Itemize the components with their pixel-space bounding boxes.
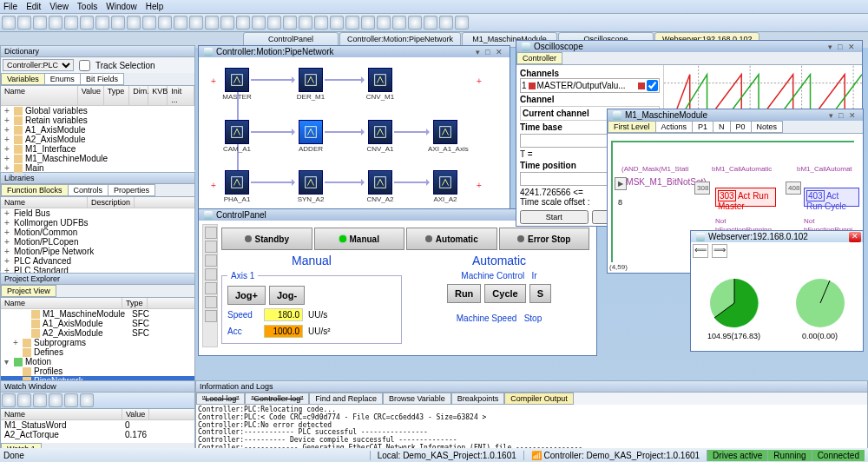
lib-row[interactable]: +PLC Advanced xyxy=(1,256,194,266)
mm-tab-firstlevel[interactable]: First Level xyxy=(608,121,656,133)
tool-icon[interactable] xyxy=(345,16,359,30)
watch-tool-icon[interactable] xyxy=(80,393,94,407)
menu-edit[interactable]: Edit xyxy=(26,2,41,11)
hdr[interactable]: Value xyxy=(78,86,104,105)
watch-tool-icon[interactable] xyxy=(64,393,78,407)
pe-row[interactable]: Profiles xyxy=(1,366,194,376)
log-tab-local[interactable]: "Local log" xyxy=(196,393,245,405)
pipe-node-cnv_a2[interactable] xyxy=(368,170,392,195)
hdr[interactable]: Type xyxy=(104,86,130,105)
osc-start-button[interactable]: Start xyxy=(520,210,589,224)
forward-icon[interactable]: ⟹ xyxy=(712,244,727,258)
lib-row[interactable]: +Motion/PLCopen xyxy=(1,237,194,247)
hdr[interactable]: Name xyxy=(1,197,88,208)
cp-tool-icon[interactable] xyxy=(205,241,217,253)
step-308[interactable]: 308 xyxy=(694,182,710,195)
osc-tab-controller[interactable]: Controller xyxy=(516,52,562,64)
pe-row[interactable]: M1_MaschineModuleSFC xyxy=(1,309,194,319)
tool-icon[interactable] xyxy=(439,16,453,30)
window-controls-icon[interactable]: ▾ □ ✕ xyxy=(476,48,504,56)
tool-icon[interactable] xyxy=(299,16,312,30)
cp-tool-icon[interactable] xyxy=(205,227,217,239)
tool-icon[interactable] xyxy=(64,16,78,30)
mode-manual-button[interactable]: Manual xyxy=(314,228,405,250)
hdr[interactable]: Name xyxy=(1,298,122,308)
tool-icon[interactable] xyxy=(252,16,266,30)
watch-tool-icon[interactable] xyxy=(2,393,16,407)
cp-tool-icon[interactable] xyxy=(205,254,217,267)
hdr[interactable]: KVB xyxy=(148,86,168,105)
log-tab-browse[interactable]: Browse Variable xyxy=(383,393,451,405)
window-controls-icon[interactable]: ▾ □ ✕ xyxy=(828,43,857,51)
pe-row[interactable]: Defines xyxy=(1,347,194,357)
tool-icon[interactable] xyxy=(2,16,16,30)
dict-row[interactable]: +Retain variables xyxy=(1,116,194,125)
mode-errorstop-button[interactable]: Error Stop xyxy=(499,228,590,250)
dict-tab-variables[interactable]: Variables xyxy=(1,73,45,85)
pipe-node-der_m1[interactable] xyxy=(299,68,323,92)
hdr[interactable]: Value xyxy=(122,409,149,419)
dict-row[interactable]: +M1_MaschineModule xyxy=(1,154,194,163)
cp-tool-icon[interactable] xyxy=(205,310,217,322)
tool-icon[interactable] xyxy=(408,16,422,30)
tool-icon[interactable] xyxy=(267,16,281,30)
pe-tab-projectview[interactable]: Project View xyxy=(1,285,56,297)
mm-tab-actions[interactable]: Actions xyxy=(655,121,694,133)
tool-icon[interactable] xyxy=(158,16,172,30)
step-408[interactable]: 408 xyxy=(786,182,801,195)
menu-view[interactable]: View xyxy=(49,2,69,11)
tool-icon[interactable] xyxy=(95,16,109,30)
dict-row[interactable]: +A1_AxisModule xyxy=(1,125,194,135)
hdr[interactable]: Name xyxy=(1,409,122,419)
dict-row[interactable]: +M1_Interface xyxy=(1,144,194,154)
dict-tab-bitfields[interactable]: Bit Fields xyxy=(80,73,124,85)
tool-icon[interactable] xyxy=(142,16,156,30)
lib-tab-controls[interactable]: Controls xyxy=(68,184,109,196)
watch-tool-icon[interactable] xyxy=(33,393,47,407)
controller-combo[interactable]: Controller:PLC xyxy=(3,59,74,71)
acc-value[interactable]: 1000.0 xyxy=(264,325,303,338)
log-tab-find[interactable]: Find and Replace xyxy=(309,393,383,405)
hdr[interactable]: Name xyxy=(1,86,78,105)
tool-icon[interactable] xyxy=(236,16,250,30)
pipe-node-syn_a2[interactable] xyxy=(299,170,323,195)
speed-value[interactable]: 180.0 xyxy=(264,308,303,321)
tool-icon[interactable] xyxy=(377,16,391,30)
pipe-node-cnv_a1[interactable] xyxy=(368,120,392,144)
menu-help[interactable]: Help xyxy=(146,2,164,11)
pe-row[interactable]: ▾Motion xyxy=(1,357,194,366)
tool-icon[interactable] xyxy=(33,16,47,30)
tool-icon[interactable] xyxy=(330,16,344,30)
pe-row[interactable]: A2_AxisModuleSFC xyxy=(1,328,194,338)
pipe-node-axi_a2[interactable] xyxy=(433,170,457,195)
cycle-button[interactable]: Cycle xyxy=(484,284,525,303)
lib-row[interactable]: +Motion/Pipe Network xyxy=(1,247,194,256)
tool-icon[interactable] xyxy=(424,16,437,30)
menu-tools[interactable]: Tools xyxy=(77,2,97,11)
dict-row[interactable]: +A2_AxisModule xyxy=(1,135,194,144)
tool-icon[interactable] xyxy=(361,16,375,30)
pipe-node-master[interactable] xyxy=(225,68,249,92)
cp-tool-icon[interactable] xyxy=(205,282,217,294)
mm-tab-p0[interactable]: P0 xyxy=(730,121,752,133)
tool-icon[interactable] xyxy=(111,16,125,30)
tool-icon[interactable] xyxy=(80,16,94,30)
window-controls-icon[interactable]: ▾ □ ✕ xyxy=(829,111,858,120)
close-icon[interactable]: ✕ xyxy=(849,232,861,242)
tool-icon[interactable] xyxy=(455,16,469,30)
log-tab-controller[interactable]: "Controller log" xyxy=(245,393,309,405)
tool-icon[interactable] xyxy=(17,16,31,30)
tool-icon[interactable] xyxy=(283,16,297,30)
lib-tab-fb[interactable]: Function Blocks xyxy=(1,184,69,196)
jog-plus-button[interactable]: Jog+ xyxy=(227,286,266,305)
watch-tool-icon[interactable] xyxy=(49,393,62,407)
channel-item[interactable]: MASTER/OutputValu... xyxy=(537,81,626,90)
lib-row[interactable]: +Kollmorgen UDFBs xyxy=(1,218,194,228)
jog-minus-button[interactable]: Jog- xyxy=(269,286,305,305)
tool-icon[interactable] xyxy=(127,16,141,30)
run-button[interactable]: Run xyxy=(447,284,481,303)
back-icon[interactable]: ⟸ xyxy=(693,244,708,258)
run-cycle-block[interactable]: 403 Act Run Cycle xyxy=(804,188,859,207)
mode-standby-button[interactable]: Standby xyxy=(221,228,312,250)
channel-checkbox[interactable] xyxy=(647,80,658,91)
